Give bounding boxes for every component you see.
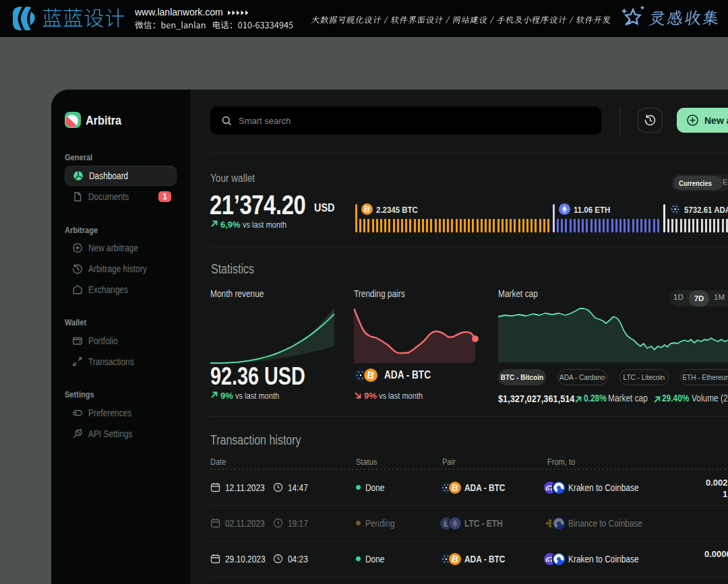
svg-text:www.lanlanwork.com: www.lanlanwork.com — [134, 7, 223, 18]
